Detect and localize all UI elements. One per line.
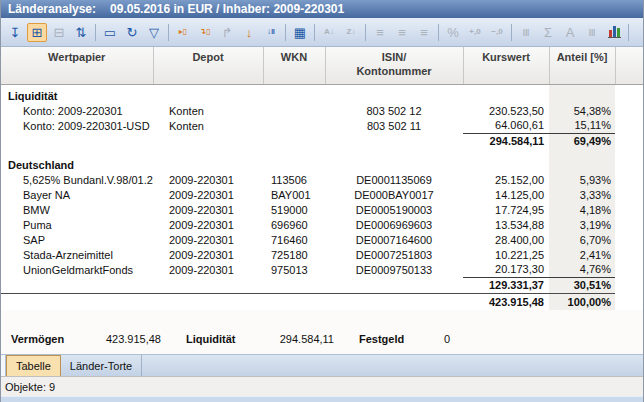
row-settings-icon: ||| (516, 23, 536, 42)
cell-isin: DE0005190003 (325, 202, 463, 217)
cell-anteil: 2,41% (549, 247, 615, 262)
group-label: Liquidität (1, 88, 549, 103)
cell-wertpapier: UnionGeldmarktFonds (1, 262, 153, 277)
fit-width-icon[interactable]: ▭ (100, 23, 120, 42)
object-count: Objekte: 9 (5, 381, 55, 393)
security-row[interactable]: Konto: 2009-220301Konten803 502 12230.52… (1, 103, 644, 118)
cell-isin: 803 502 12 (325, 103, 463, 118)
cell-isin (325, 277, 463, 293)
cell-depot: 2009-220301 (153, 172, 263, 187)
cell-anteil: 54,38% (549, 103, 615, 118)
cell-spacer (615, 202, 644, 217)
cell-kurswert: 423.915,48 (463, 293, 549, 310)
security-row[interactable]: SAP2009-220301716460DE000716460028.400,0… (1, 232, 644, 247)
security-row[interactable]: Konto: 2009-220301-USDKonten803 502 1164… (1, 118, 644, 133)
group-row[interactable]: Liquidität (1, 88, 644, 103)
column-header-wertpapier[interactable]: Wertpapier (1, 47, 153, 84)
refresh-icon[interactable]: ↻ (122, 23, 142, 42)
tab-tabelle[interactable]: Tabelle (6, 355, 61, 376)
sum-icon: Σ (538, 23, 558, 42)
freeze-column-icon[interactable]: ▦ (290, 23, 310, 42)
festgeld-label: Festgeld (359, 333, 415, 345)
cell-kurswert: 20.173,30 (463, 262, 549, 277)
country-analysis-table: Wertpapier Depot WKN ISIN/ Kontonummer K… (1, 47, 644, 310)
chart-icon[interactable] (604, 23, 624, 42)
view-tab-bar: Tabelle Länder-Torte (1, 354, 643, 376)
sort-ascending-icon: A↓ (319, 23, 339, 42)
cell-anteil: 69,49% (549, 133, 615, 149)
column-values-icon[interactable]: ↓‖ (261, 23, 281, 42)
cell-anteil: 15,11% (549, 118, 615, 133)
toolbar-separator (511, 24, 512, 41)
group-row[interactable]: Deutschland (1, 157, 644, 172)
cell-wertpapier: BMW (1, 202, 153, 217)
expand-all-icon[interactable]: ⊞ (27, 23, 47, 42)
cell-depot: 2009-220301 (153, 202, 263, 217)
cell-depot: 2009-220301 (153, 187, 263, 202)
insert-column-icon[interactable]: ▸▯ (173, 23, 193, 42)
festgeld-value: 0 (415, 333, 475, 345)
insert-row-icon[interactable]: ↴▯ (195, 23, 215, 42)
security-row[interactable]: Stada-Arzneimittel2009-220301725180DE000… (1, 247, 644, 262)
cell-depot (153, 277, 263, 293)
bottom-scroll-strip[interactable] (1, 396, 643, 402)
tab-laender-torte[interactable]: Länder-Torte (61, 355, 142, 376)
security-row[interactable]: BMW2009-220301519000DE000519000317.724,9… (1, 202, 644, 217)
cell-spacer (615, 172, 644, 187)
cell-wertpapier: Bayer NA (1, 187, 153, 202)
cell-spacer (615, 247, 644, 262)
cell-spacer (615, 277, 644, 293)
cell-anteil: 100,00% (549, 293, 615, 310)
column-header-depot[interactable]: Depot (153, 47, 263, 84)
cell-wkn: 725180 (263, 247, 325, 262)
cell-spacer (615, 232, 644, 247)
align-center-icon: ≡ (392, 23, 412, 42)
cell-depot: 2009-220301 (153, 217, 263, 232)
toolbar-separator (168, 24, 169, 41)
security-row[interactable]: 5,625% Bundanl.V.98/01.282009-2203011135… (1, 172, 644, 187)
column-header-isin-kontonummer[interactable]: ISIN/ Kontonummer (325, 47, 463, 84)
subtotal-row: 129.331,3730,51% (1, 277, 644, 293)
cell-isin (325, 293, 463, 310)
column-header-anteil[interactable]: Anteil [%] (549, 47, 615, 84)
vermoegen-value: 423.915,48 (69, 333, 161, 345)
toolbar-separator (365, 24, 366, 41)
cell-kurswert: 28.400,00 (463, 232, 549, 247)
column-header-wkn[interactable]: WKN (263, 47, 325, 84)
cell-anteil: 30,51% (549, 277, 615, 293)
collapse-group-icon: ⊟ (49, 23, 69, 42)
security-row[interactable]: Puma2009-220301696960DE000696960313.534,… (1, 217, 644, 232)
window-title: Länderanalyse: (8, 2, 96, 16)
cell-anteil: 6,70% (549, 232, 615, 247)
filter-icon[interactable]: ▽ (144, 23, 164, 42)
table-header-row: Wertpapier Depot WKN ISIN/ Kontonummer K… (1, 47, 644, 84)
security-row[interactable]: Bayer NA2009-220301BAY001DE000BAY001714.… (1, 187, 644, 202)
column-header-spacer (615, 47, 644, 84)
cell-anteil: 4,18% (549, 202, 615, 217)
outline-apply-icon[interactable]: ↧ (5, 23, 25, 42)
cell-isin: DE0007164600 (325, 232, 463, 247)
cell-spacer (615, 103, 644, 118)
security-row[interactable]: UnionGeldmarktFonds2009-220301975013DE00… (1, 262, 644, 277)
cell-wertpapier: Puma (1, 217, 153, 232)
cell-wkn (263, 133, 325, 149)
cell-depot: Konten (153, 118, 263, 133)
cell-wkn: 519000 (263, 202, 325, 217)
cell-depot: 2009-220301 (153, 232, 263, 247)
cell-wkn: 975013 (263, 262, 325, 277)
total-row: 423.915,48100,00% (1, 293, 644, 310)
sort-descending-icon: Z↓ (341, 23, 361, 42)
cell-kurswert: 10.221,25 (463, 247, 549, 262)
column-settings-icon: ||| (582, 23, 602, 42)
liquiditaet-label: Liquidität (186, 333, 248, 345)
expand-rows-icon[interactable]: ⇅ (71, 23, 91, 42)
subtotal-row: 294.584,1169,49% (1, 133, 644, 149)
cell-isin: 803 502 11 (325, 118, 463, 133)
apply-down-icon[interactable]: ↓ (239, 23, 259, 42)
align-right-icon: ≡ (414, 23, 434, 42)
column-header-kurswert[interactable]: Kurswert (463, 47, 549, 84)
cell-isin: DE000BAY0017 (325, 187, 463, 202)
cell-wkn: 696960 (263, 217, 325, 232)
chart-bars-glyph (608, 26, 621, 38)
cell-wkn (263, 277, 325, 293)
